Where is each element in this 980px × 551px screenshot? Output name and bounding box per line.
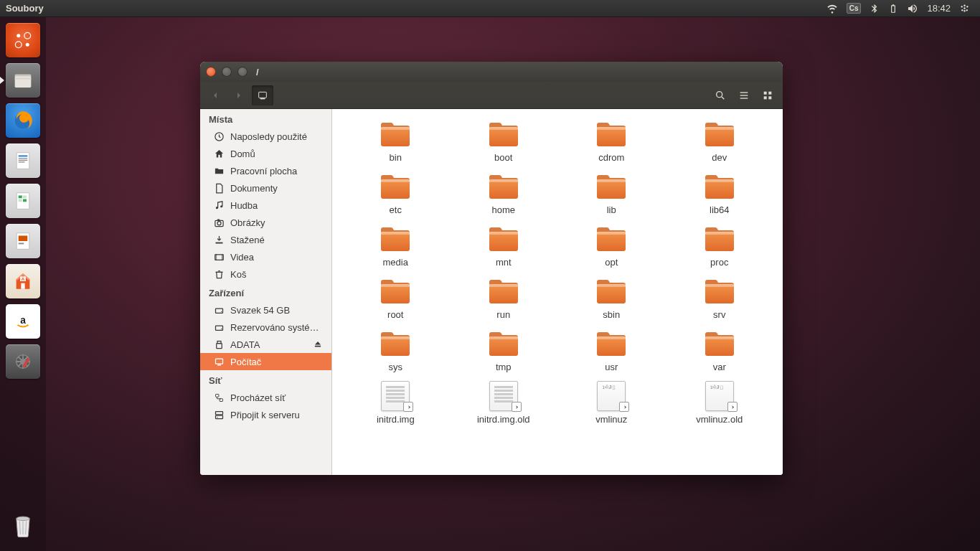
file-view[interactable]: binbootcdromdevetchomeliblib64mediamntop…	[332, 109, 783, 475]
drive-icon	[213, 304, 225, 316]
file-item[interactable]: bin	[345, 118, 446, 164]
svg-point-2	[15, 42, 22, 48]
file-item[interactable]: tmp	[453, 327, 555, 374]
impress-launcher[interactable]	[4, 222, 42, 260]
sidebar-item-label: Koš	[230, 269, 323, 280]
sidebar-item[interactable]: ADATA	[200, 336, 331, 353]
file-item[interactable]: lib	[561, 170, 662, 217]
svg-rect-90	[381, 284, 410, 303]
software-center-launcher[interactable]: A	[4, 263, 42, 300]
files-launcher[interactable]	[4, 62, 42, 99]
maximize-button[interactable]	[237, 67, 248, 77]
bluetooth-indicator[interactable]	[870, 4, 880, 14]
sidebar-item[interactable]: Procházet síť	[200, 389, 331, 406]
drive-icon	[213, 321, 225, 333]
trash-launcher[interactable]	[4, 507, 42, 544]
home-icon	[213, 148, 225, 159]
file-item[interactable]: proc	[669, 222, 771, 269]
wifi-indicator[interactable]	[826, 3, 838, 14]
view-list-button[interactable]	[733, 85, 755, 105]
battery-indicator[interactable]	[888, 4, 898, 14]
file-item[interactable]: vmlinuz	[561, 380, 662, 426]
sidebar-item[interactable]: Videa	[200, 248, 331, 265]
shortcut-icon	[403, 402, 413, 412]
file-item[interactable]: etc	[345, 170, 446, 217]
file-label: lib	[607, 204, 616, 215]
usb-icon	[213, 339, 225, 350]
session-indicator[interactable]	[959, 3, 970, 14]
file-item[interactable]: cdrom	[561, 118, 662, 164]
forward-button[interactable]	[228, 85, 250, 105]
sidebar-item-label: Dokumenty	[230, 183, 323, 194]
svg-rect-64	[215, 415, 222, 418]
eject-icon[interactable]	[313, 339, 323, 349]
svg-rect-89	[705, 232, 734, 235]
window-titlebar[interactable]: /	[200, 62, 783, 82]
sidebar-item[interactable]: Svazek 54 GB	[200, 301, 331, 319]
file-item[interactable]: run	[453, 275, 555, 321]
file-item[interactable]: initrd.img.old	[453, 380, 555, 426]
sidebar-item-label: Připojit k serveru	[230, 410, 323, 420]
file-item[interactable]: home	[453, 170, 555, 217]
clock[interactable]: 18:42	[927, 3, 951, 14]
keyboard-layout-indicator[interactable]: Cs	[847, 3, 862, 14]
file-item[interactable]: var	[669, 327, 771, 374]
svg-rect-21	[21, 283, 24, 289]
file-label: etc	[390, 204, 402, 215]
writer-launcher[interactable]	[4, 142, 42, 179]
svg-rect-36	[740, 92, 748, 93]
file-item[interactable]: sys	[345, 327, 446, 374]
sidebar-item[interactable]: Dokumenty	[200, 179, 331, 197]
firefox-launcher[interactable]	[4, 102, 42, 139]
svg-rect-42	[768, 96, 771, 99]
sidebar-item-label: Domů	[230, 149, 323, 159]
pathbar-root[interactable]	[252, 85, 273, 105]
svg-rect-96	[705, 284, 734, 303]
view-grid-button[interactable]	[757, 85, 778, 105]
nautilus-window: / Místa Naposledy použitéDomůPracovní pl…	[200, 62, 783, 475]
svg-rect-15	[23, 196, 27, 199]
file-item[interactable]: srv	[669, 275, 771, 321]
svg-rect-105	[705, 336, 734, 339]
sidebar-item[interactable]: Naposledy použité	[200, 128, 331, 145]
minimize-button[interactable]	[222, 67, 232, 77]
file-item[interactable]: sbin	[561, 275, 662, 321]
file-item[interactable]: mnt	[453, 222, 555, 269]
file-item[interactable]: vmlinuz.old	[669, 380, 771, 426]
svg-rect-75	[381, 179, 410, 182]
dash-button[interactable]	[4, 22, 42, 59]
calc-launcher[interactable]	[4, 182, 42, 220]
file-item[interactable]: initrd.img	[345, 380, 446, 426]
file-item[interactable]: media	[345, 222, 446, 269]
svg-rect-38	[740, 98, 748, 98]
file-label: run	[496, 309, 510, 320]
svg-rect-50	[215, 254, 216, 260]
sidebar-item[interactable]: Koš	[200, 265, 331, 283]
back-button[interactable]	[204, 85, 226, 105]
amazon-launcher[interactable]: a	[4, 303, 42, 340]
svg-rect-82	[381, 232, 410, 251]
svg-rect-102	[597, 336, 626, 356]
file-label: bin	[390, 152, 402, 163]
close-button[interactable]	[206, 67, 216, 77]
sidebar-item[interactable]: Obrázky	[200, 214, 331, 231]
file-item[interactable]: usr	[561, 327, 662, 374]
file-item[interactable]: lib64	[669, 170, 771, 217]
file-item[interactable]: opt	[561, 222, 662, 269]
sidebar-item[interactable]: Pracovní plocha	[200, 162, 331, 179]
sidebar-item[interactable]: Domů	[200, 145, 331, 162]
search-button[interactable]	[710, 85, 731, 105]
svg-rect-14	[19, 196, 22, 199]
sidebar-item[interactable]: Připojit k serveru	[200, 406, 331, 423]
svg-rect-54	[215, 326, 222, 330]
file-item[interactable]: root	[345, 275, 446, 321]
sidebar-item[interactable]: Rezervováno systé…	[200, 319, 331, 336]
file-item[interactable]: boot	[453, 118, 555, 164]
sound-indicator[interactable]	[907, 3, 918, 14]
sidebar-item[interactable]: Stažené	[200, 231, 331, 248]
sidebar-item[interactable]: Počítač	[200, 353, 331, 370]
sidebar-item[interactable]: Hudba	[200, 197, 331, 214]
settings-launcher[interactable]	[4, 343, 42, 380]
sidebar-item-label: Naposledy použité	[230, 131, 323, 142]
file-item[interactable]: dev	[669, 118, 771, 164]
